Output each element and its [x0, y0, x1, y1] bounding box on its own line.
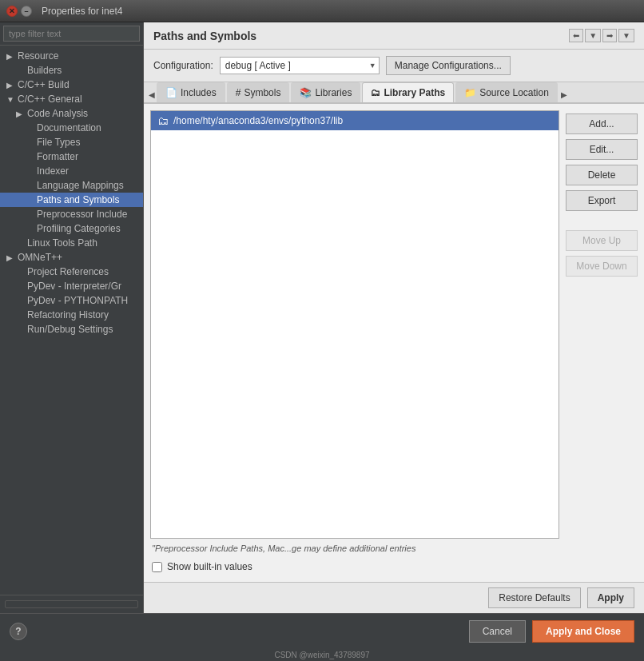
sidebar-item-label-language-mappings: Language Mappings — [37, 180, 124, 191]
move-down-button[interactable]: Move Down — [566, 256, 638, 277]
sidebar-item-pydev-interpreter[interactable]: PyDev - Interpreter/Gr — [0, 279, 143, 293]
symbols-tab-icon: # — [236, 87, 241, 98]
library-paths-list[interactable]: 🗂 /home/hty/anaconda3/envs/python37/lib — [150, 110, 559, 539]
show-builtin-checkbox[interactable] — [152, 562, 162, 572]
omnetpp-arrow-icon: ▶ — [6, 253, 14, 262]
sidebar-item-omnetpp[interactable]: ▶OMNeT++ — [0, 250, 143, 265]
sidebar-item-refactoring-history[interactable]: Refactoring History — [0, 308, 143, 322]
nav-forward-dropdown-button[interactable]: ▼ — [618, 29, 634, 42]
scroll-track[interactable] — [5, 600, 138, 608]
main-content: ▶ResourceBuilders▶C/C++ Build▼C/C++ Gene… — [0, 22, 644, 613]
panel-nav-buttons: ⬅ ▼ ➡ ▼ — [569, 29, 634, 42]
sidebar-item-label-cpp-general: C/C++ General — [18, 94, 82, 105]
sidebar-item-builders[interactable]: Builders — [0, 63, 143, 78]
dialog-action-buttons: Cancel Apply and Close — [469, 620, 634, 643]
sidebar-item-pydev-pythonpath[interactable]: PyDev - PYTHONPATH — [0, 293, 143, 308]
sidebar-item-cpp-build[interactable]: ▶C/C++ Build — [0, 78, 143, 92]
sidebar-item-label-pydev-interpreter: PyDev - Interpreter/Gr — [27, 281, 121, 292]
delete-button[interactable]: Delete — [566, 165, 638, 185]
source-location-tab-icon: 📁 — [464, 87, 476, 98]
sidebar-item-run-debug-settings[interactable]: Run/Debug Settings — [0, 322, 143, 336]
window-title: Properties for inet4 — [42, 6, 122, 17]
filter-input[interactable] — [3, 26, 140, 42]
sidebar-item-label-linux-tools-path: Linux Tools Path — [27, 237, 97, 249]
sidebar-item-label-omnetpp: OMNeT++ — [18, 252, 62, 263]
apply-and-close-button[interactable]: Apply and Close — [532, 620, 634, 643]
sidebar-item-indexer[interactable]: Indexer — [0, 164, 143, 178]
sidebar-item-profiling-categories[interactable]: Profiling Categories — [0, 221, 143, 236]
edit-button[interactable]: Edit... — [566, 139, 638, 160]
sidebar-item-label-builders: Builders — [27, 65, 62, 76]
panel-title: Paths and Symbols — [153, 30, 256, 42]
tab-symbols[interactable]: # Symbols — [227, 82, 290, 102]
export-button[interactable]: Export — [566, 190, 638, 211]
panel-header: Paths and Symbols ⬅ ▼ ➡ ▼ — [144, 22, 644, 50]
sidebar-item-label-project-references: Project References — [27, 266, 109, 277]
help-button[interactable]: ? — [10, 623, 27, 640]
sidebar-item-resource[interactable]: ▶Resource — [0, 49, 143, 63]
filter-bar — [0, 22, 143, 46]
config-label: Configuration: — [153, 60, 213, 71]
sidebar-item-preprocessor-includes[interactable]: Preprocessor Include — [0, 207, 143, 221]
sidebar-item-documentation[interactable]: Documentation — [0, 121, 143, 135]
list-item[interactable]: 🗂 /home/hty/anaconda3/envs/python37/lib — [151, 111, 559, 130]
add-button[interactable]: Add... — [566, 113, 638, 134]
tab-scroll-left[interactable]: ◀ — [147, 87, 157, 102]
titlebar: ✕ – Properties for inet4 — [0, 0, 644, 22]
sidebar-item-formatter[interactable]: Formatter — [0, 149, 143, 164]
sidebar-item-label-indexer: Indexer — [37, 165, 69, 177]
manage-configurations-button[interactable]: Manage Configurations... — [386, 56, 511, 75]
sidebar-item-label-file-types: File Types — [37, 137, 80, 148]
list-area: 🗂 /home/hty/anaconda3/envs/python37/lib … — [150, 110, 559, 575]
cancel-button[interactable]: Cancel — [469, 620, 526, 643]
list-item-text: /home/hty/anaconda3/envs/python37/lib — [173, 115, 343, 126]
sidebar-item-language-mappings[interactable]: Language Mappings — [0, 178, 143, 193]
tab-includes[interactable]: 📄 Includes — [157, 82, 225, 102]
sidebar-item-label-paths-and-symbols: Paths and Symbols — [37, 194, 119, 205]
tab-library-paths[interactable]: 🗂 Library Paths — [362, 82, 454, 102]
sidebar-item-label-pydev-pythonpath: PyDev - PYTHONPATH — [27, 295, 128, 306]
nav-dropdown-button[interactable]: ▼ — [585, 29, 601, 42]
sidebar-item-paths-and-symbols[interactable]: Paths and Symbols — [0, 193, 143, 207]
btn-spacer — [566, 216, 638, 225]
tabs-row: ◀ 📄 Includes # Symbols 📚 Libraries 🗂 Lib… — [144, 82, 644, 104]
sidebar-item-label-resource: Resource — [18, 50, 58, 62]
sidebar-item-linux-tools-path[interactable]: Linux Tools Path — [0, 236, 143, 250]
move-up-button[interactable]: Move Up — [566, 230, 638, 251]
list-item-icon: 🗂 — [157, 114, 169, 127]
watermark: CSDN @weixin_43789897 — [0, 649, 644, 661]
sidebar-item-file-types[interactable]: File Types — [0, 135, 143, 149]
config-row: Configuration: debug [ Active ] Manage C… — [144, 50, 644, 82]
tab-source-location-label: Source Location — [479, 87, 549, 98]
sidebar-item-cpp-general[interactable]: ▼C/C++ General — [0, 92, 143, 106]
cpp-build-arrow-icon: ▶ — [6, 81, 14, 90]
tab-libraries[interactable]: 📚 Libraries — [291, 82, 360, 102]
minimize-button[interactable]: – — [21, 6, 32, 17]
sidebar-bottom — [0, 595, 143, 613]
content-area: 🗂 /home/hty/anaconda3/envs/python37/lib … — [144, 104, 644, 582]
restore-defaults-button[interactable]: Restore Defaults — [488, 587, 580, 608]
nav-forward-button[interactable]: ➡ — [602, 29, 617, 42]
sidebar-item-project-references[interactable]: Project References — [0, 265, 143, 279]
apply-button[interactable]: Apply — [587, 587, 634, 608]
config-select[interactable]: debug [ Active ] — [220, 57, 380, 74]
tab-source-location[interactable]: 📁 Source Location — [455, 82, 558, 102]
tab-scroll-right[interactable]: ▶ — [559, 87, 569, 102]
properties-window: ✕ – Properties for inet4 ▶ResourceBuilde… — [0, 0, 644, 661]
tree-area: ▶ResourceBuilders▶C/C++ Build▼C/C++ Gene… — [0, 46, 143, 595]
close-button[interactable]: ✕ — [6, 6, 18, 17]
sidebar-item-code-analysis[interactable]: ▶Code Analysis — [0, 106, 143, 121]
sidebar-item-label-preprocessor-includes: Preprocessor Include — [37, 209, 127, 220]
sidebar-item-label-refactoring-history: Refactoring History — [27, 309, 109, 321]
library-paths-tab-icon: 🗂 — [371, 87, 380, 98]
tab-symbols-label: Symbols — [244, 87, 280, 98]
nav-back-button[interactable]: ⬅ — [569, 29, 583, 42]
sidebar-item-label-cpp-build: C/C++ Build — [18, 79, 70, 90]
window-controls: ✕ – — [6, 6, 32, 17]
show-builtin-label: Show built-in values — [167, 561, 252, 572]
includes-tab-icon: 📄 — [165, 87, 177, 98]
tab-libraries-label: Libraries — [315, 87, 352, 98]
tab-includes-label: Includes — [181, 87, 217, 98]
sidebar-item-label-run-debug-settings: Run/Debug Settings — [27, 324, 113, 335]
cpp-general-arrow-icon: ▼ — [6, 95, 14, 104]
